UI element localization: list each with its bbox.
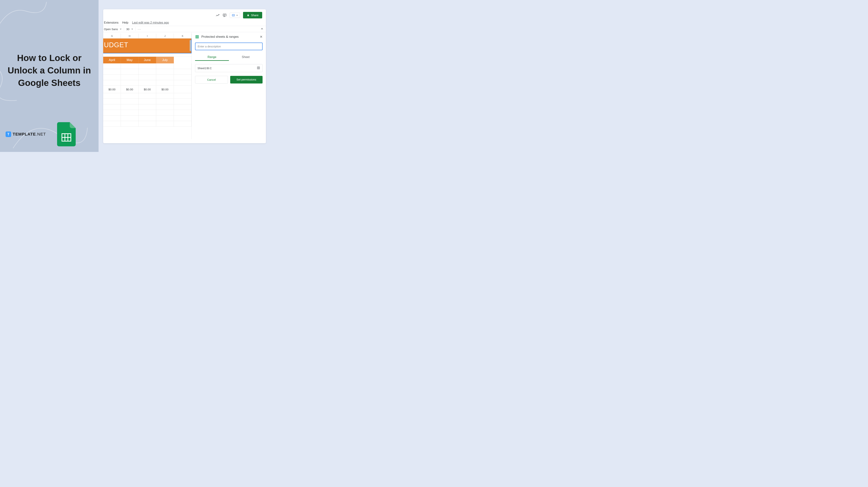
set-permissions-button[interactable]: Set permissions	[230, 76, 263, 84]
month-header[interactable]: July	[156, 57, 174, 63]
chevron-down-icon	[236, 14, 238, 16]
value-cell[interactable]: $0.00	[138, 86, 156, 93]
brand-logo: T TEMPLATE.NET	[6, 131, 46, 137]
font-size-selector[interactable]: 30	[126, 28, 133, 31]
font-size: 30	[126, 28, 129, 31]
more-toolbar[interactable]: ···	[138, 28, 141, 31]
font-name: Open Sans	[104, 28, 118, 31]
month-header[interactable]: April	[103, 57, 121, 63]
chevron-down-icon	[131, 28, 133, 30]
menu-extensions[interactable]: Extensions	[104, 21, 119, 24]
column-header[interactable]: K	[174, 34, 191, 38]
cancel-button[interactable]: Cancel	[195, 76, 228, 84]
svg-rect-8	[248, 15, 249, 16]
protected-ranges-panel: Protected sheets & ranges ✕ Range Sheet …	[191, 32, 266, 139]
tutorial-title-panel: How to Lock or Unlock a Column in Google…	[0, 0, 98, 152]
description-input[interactable]	[195, 42, 262, 50]
present-button[interactable]	[230, 13, 240, 18]
close-icon[interactable]: ✕	[260, 35, 262, 39]
sheets-small-icon	[195, 35, 199, 39]
column-header[interactable]: I	[138, 34, 156, 38]
spreadsheet-grid[interactable]: G H I J K UDGET April May June July $0.0…	[103, 32, 191, 139]
tab-range[interactable]: Range	[195, 54, 229, 61]
comments-icon[interactable]	[223, 13, 227, 17]
google-sheets-icon	[57, 122, 76, 146]
last-edit-link[interactable]: Last edit was 2 minutes ago	[132, 21, 169, 24]
lock-icon	[247, 14, 250, 17]
empty-cell[interactable]	[174, 86, 191, 93]
select-range-icon[interactable]	[257, 66, 260, 70]
empty-cell[interactable]	[174, 57, 191, 63]
chevron-down-icon	[120, 28, 122, 30]
value-cell[interactable]: $0.00	[121, 86, 138, 93]
font-selector[interactable]: Open Sans	[104, 28, 122, 31]
brand-icon: T	[6, 131, 11, 137]
collapse-toolbar-icon[interactable]	[261, 28, 263, 31]
brand-name: TEMPLATE	[13, 132, 36, 136]
range-value: Sheet1!B:C	[197, 67, 212, 70]
value-cell[interactable]: $0.00	[156, 86, 174, 93]
brand-suffix: .NET	[36, 132, 46, 136]
month-header[interactable]: May	[121, 57, 138, 63]
page-title: How to Lock or Unlock a Column in Google…	[4, 52, 95, 89]
share-button[interactable]: Share	[243, 12, 262, 19]
column-header[interactable]: H	[121, 34, 138, 38]
svg-rect-4	[223, 14, 226, 16]
activity-icon[interactable]	[216, 13, 220, 17]
share-label: Share	[251, 13, 258, 17]
menu-help[interactable]: Help	[122, 21, 128, 24]
column-header[interactable]: J	[156, 34, 174, 38]
svg-rect-9	[196, 35, 199, 38]
sheet-title-cell[interactable]: UDGET	[103, 38, 191, 53]
column-header[interactable]: G	[103, 34, 121, 38]
range-input[interactable]: Sheet1!B:C	[195, 64, 262, 72]
month-header[interactable]: June	[138, 57, 156, 63]
sheets-window: Share Extensions Help Last edit was 2 mi…	[103, 9, 266, 143]
value-cell[interactable]: $0.00	[103, 86, 121, 93]
panel-title: Protected sheets & ranges	[202, 35, 257, 39]
tab-sheet[interactable]: Sheet	[229, 54, 263, 61]
vertical-scrollbar[interactable]	[190, 40, 191, 51]
